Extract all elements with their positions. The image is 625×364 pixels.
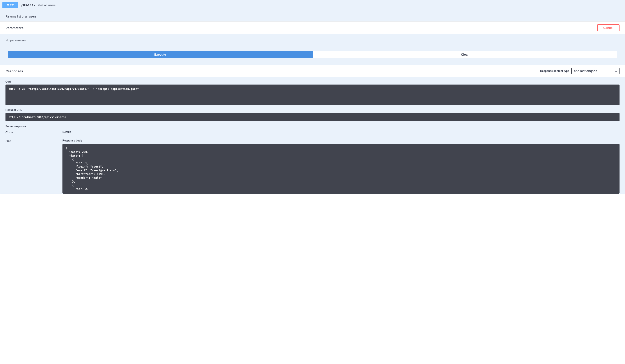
response-body-label: Response body [62, 139, 620, 142]
endpoint-header[interactable]: GET /users/ Get all users [0, 0, 625, 10]
no-parameters-text: No parameters [0, 34, 625, 44]
content-type-label: Response content type [540, 69, 569, 73]
cancel-button[interactable]: Cancel [597, 24, 620, 31]
action-button-row: Execute Clear [0, 44, 625, 65]
response-row: 200 Response body { "code": 200, "data":… [0, 135, 625, 194]
request-url-value: http://localhost:3002/api/v1/users/ [5, 113, 620, 121]
endpoint-panel: GET /users/ Get all users Returns list o… [0, 0, 625, 194]
clear-button[interactable]: Clear [313, 51, 618, 58]
curl-command: curl -X GET "http://localhost:3002/api/v… [5, 84, 620, 105]
response-code: 200 [5, 139, 62, 194]
response-details: Response body { "code": 200, "data": [ {… [62, 139, 620, 194]
server-response-label: Server response [0, 121, 625, 128]
response-body: { "code": 200, "data": [ { "id": 1, "log… [62, 144, 620, 194]
content-type-select[interactable]: application/json [571, 68, 620, 74]
responses-header-row: Responses Response content type applicat… [0, 65, 625, 77]
details-column-header: Details [62, 131, 620, 134]
content-type-group: Response content type application/json [540, 68, 620, 74]
code-column-header: Code [5, 131, 62, 134]
endpoint-path: /users/ [21, 3, 35, 7]
method-badge: GET [2, 2, 18, 8]
parameters-title: Parameters [5, 26, 24, 30]
execute-button[interactable]: Execute [8, 51, 313, 58]
responses-title: Responses [5, 69, 23, 73]
content-type-select-wrap: application/json [571, 68, 620, 74]
curl-label: Curl [0, 77, 625, 84]
endpoint-body: Returns list of all users Parameters Can… [0, 10, 625, 194]
endpoint-description: Returns list of all users [0, 10, 625, 22]
endpoint-summary: Get all users [38, 3, 56, 7]
parameters-header-row: Parameters Cancel [0, 22, 625, 34]
request-url-label: Request URL [0, 105, 625, 113]
